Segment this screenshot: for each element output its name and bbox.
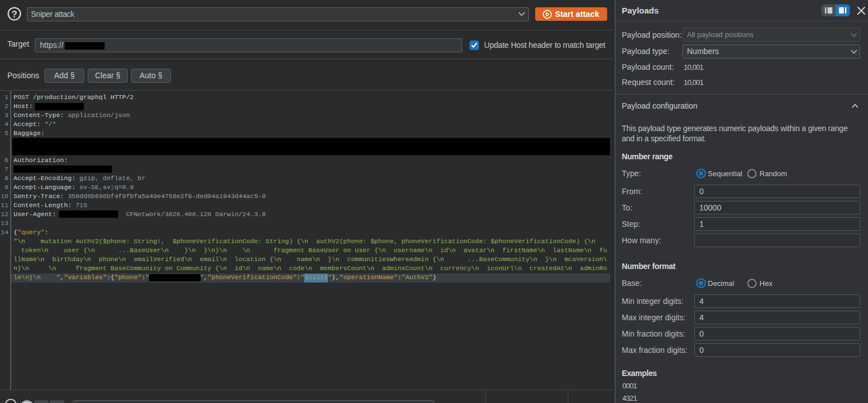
svg-text:?: ? [11, 9, 17, 19]
